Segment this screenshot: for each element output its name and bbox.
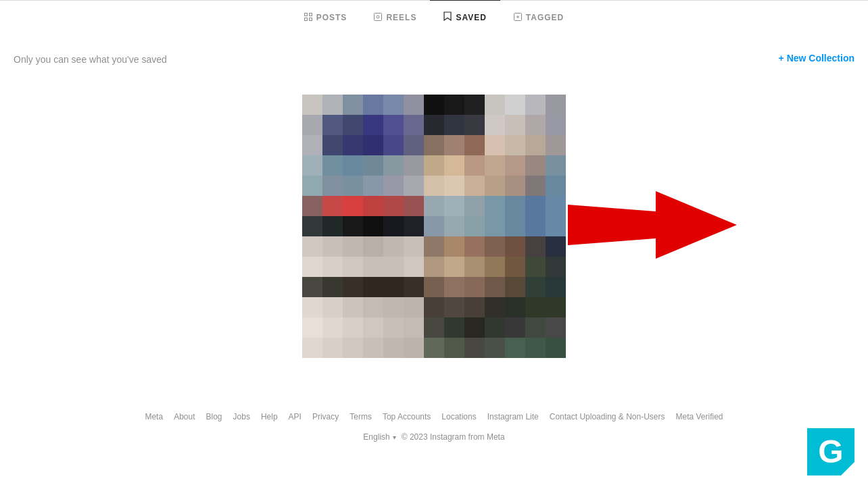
footer-link-help[interactable]: Help bbox=[261, 412, 278, 421]
svg-rect-12 bbox=[404, 95, 424, 115]
tab-saved[interactable]: SAVED bbox=[430, 0, 500, 34]
svg-rect-116 bbox=[404, 257, 424, 277]
svg-rect-169 bbox=[424, 338, 444, 358]
svg-rect-130 bbox=[424, 277, 444, 297]
svg-rect-34 bbox=[322, 135, 343, 155]
svg-rect-161 bbox=[525, 317, 546, 338]
svg-rect-23 bbox=[363, 115, 383, 135]
footer-link-jobs[interactable]: Jobs bbox=[233, 412, 250, 421]
tab-posts[interactable]: POSTS bbox=[291, 0, 361, 34]
svg-rect-36 bbox=[363, 135, 383, 155]
svg-rect-93 bbox=[464, 216, 485, 236]
footer-link-meta[interactable]: Meta bbox=[145, 412, 163, 421]
svg-rect-160 bbox=[505, 317, 525, 338]
svg-rect-166 bbox=[363, 338, 383, 358]
language-label: English bbox=[363, 432, 389, 442]
footer-link-blog[interactable]: Blog bbox=[206, 412, 222, 421]
svg-rect-175 bbox=[546, 338, 566, 358]
svg-rect-18 bbox=[525, 95, 546, 115]
svg-rect-90 bbox=[404, 216, 424, 236]
svg-rect-125 bbox=[322, 277, 343, 297]
tab-tagged[interactable]: TAGGED bbox=[500, 0, 577, 34]
svg-rect-132 bbox=[464, 277, 485, 297]
footer-link-meta-verified[interactable]: Meta Verified bbox=[676, 412, 723, 421]
image-section bbox=[14, 95, 854, 358]
footer-link-about[interactable]: About bbox=[174, 412, 195, 421]
svg-rect-72 bbox=[302, 196, 322, 216]
svg-rect-20 bbox=[302, 115, 322, 135]
saved-icon bbox=[443, 11, 452, 23]
svg-rect-110 bbox=[546, 236, 566, 257]
svg-rect-146 bbox=[485, 297, 505, 317]
tagged-icon bbox=[514, 12, 522, 23]
svg-rect-2 bbox=[304, 18, 307, 20]
svg-rect-101 bbox=[363, 236, 383, 257]
svg-rect-21 bbox=[322, 115, 343, 135]
svg-rect-54 bbox=[464, 155, 485, 176]
svg-rect-167 bbox=[383, 338, 404, 358]
footer: Meta About Blog Jobs Help API Privacy Te… bbox=[14, 398, 854, 455]
svg-rect-4 bbox=[375, 13, 382, 20]
footer-link-locations[interactable]: Locations bbox=[441, 412, 476, 421]
svg-rect-159 bbox=[485, 317, 505, 338]
svg-rect-53 bbox=[444, 155, 464, 176]
saved-notice: Only you can see what you've saved bbox=[14, 54, 167, 65]
svg-rect-106 bbox=[464, 236, 485, 257]
svg-rect-52 bbox=[424, 155, 444, 176]
svg-rect-107 bbox=[485, 236, 505, 257]
svg-rect-50 bbox=[383, 155, 404, 176]
tab-reels[interactable]: REELS bbox=[360, 0, 430, 34]
svg-rect-76 bbox=[383, 196, 404, 216]
svg-rect-48 bbox=[343, 155, 363, 176]
svg-rect-135 bbox=[525, 277, 546, 297]
svg-rect-46 bbox=[302, 155, 322, 176]
footer-link-instagram-lite[interactable]: Instagram Lite bbox=[487, 412, 539, 421]
svg-rect-91 bbox=[424, 216, 444, 236]
svg-rect-152 bbox=[343, 317, 363, 338]
svg-rect-157 bbox=[444, 317, 464, 338]
svg-rect-88 bbox=[363, 216, 383, 236]
svg-point-5 bbox=[377, 16, 379, 18]
svg-rect-15 bbox=[464, 95, 485, 115]
footer-link-top-accounts[interactable]: Top Accounts bbox=[383, 412, 431, 421]
svg-rect-147 bbox=[505, 297, 525, 317]
tab-posts-label: POSTS bbox=[316, 13, 347, 22]
svg-rect-24 bbox=[383, 115, 404, 135]
svg-rect-158 bbox=[464, 317, 485, 338]
svg-rect-108 bbox=[505, 236, 525, 257]
svg-rect-27 bbox=[444, 115, 464, 135]
svg-rect-47 bbox=[322, 155, 343, 176]
svg-rect-78 bbox=[424, 196, 444, 216]
svg-rect-98 bbox=[302, 236, 322, 257]
svg-rect-49 bbox=[363, 155, 383, 176]
main-content: Only you can see what you've saved + New… bbox=[0, 34, 868, 469]
footer-link-api[interactable]: API bbox=[289, 412, 302, 421]
footer-link-privacy[interactable]: Privacy bbox=[312, 412, 339, 421]
svg-rect-115 bbox=[383, 257, 404, 277]
svg-rect-45 bbox=[546, 135, 566, 155]
footer-link-contact[interactable]: Contact Uploading & Non-Users bbox=[550, 412, 665, 421]
svg-rect-127 bbox=[363, 277, 383, 297]
watermark-letter: G bbox=[818, 436, 843, 468]
svg-rect-1 bbox=[309, 13, 312, 16]
tab-reels-label: REELS bbox=[386, 13, 416, 22]
svg-rect-19 bbox=[546, 95, 566, 115]
svg-rect-56 bbox=[505, 155, 525, 176]
svg-rect-123 bbox=[546, 257, 566, 277]
new-collection-button[interactable]: + New Collection bbox=[779, 53, 854, 63]
svg-rect-74 bbox=[343, 196, 363, 216]
svg-rect-122 bbox=[525, 257, 546, 277]
svg-rect-103 bbox=[404, 236, 424, 257]
svg-rect-121 bbox=[505, 257, 525, 277]
footer-link-terms[interactable]: Terms bbox=[349, 412, 372, 421]
svg-rect-0 bbox=[304, 13, 307, 16]
language-selector[interactable]: English ▾ bbox=[363, 432, 395, 442]
svg-rect-164 bbox=[322, 338, 343, 358]
svg-rect-104 bbox=[424, 236, 444, 257]
posts-icon bbox=[304, 12, 312, 23]
footer-bottom: English ▾ © 2023 Instagram from Meta bbox=[27, 432, 841, 442]
svg-rect-14 bbox=[444, 95, 464, 115]
svg-rect-100 bbox=[343, 236, 363, 257]
svg-rect-57 bbox=[525, 155, 546, 176]
svg-rect-62 bbox=[363, 176, 383, 196]
